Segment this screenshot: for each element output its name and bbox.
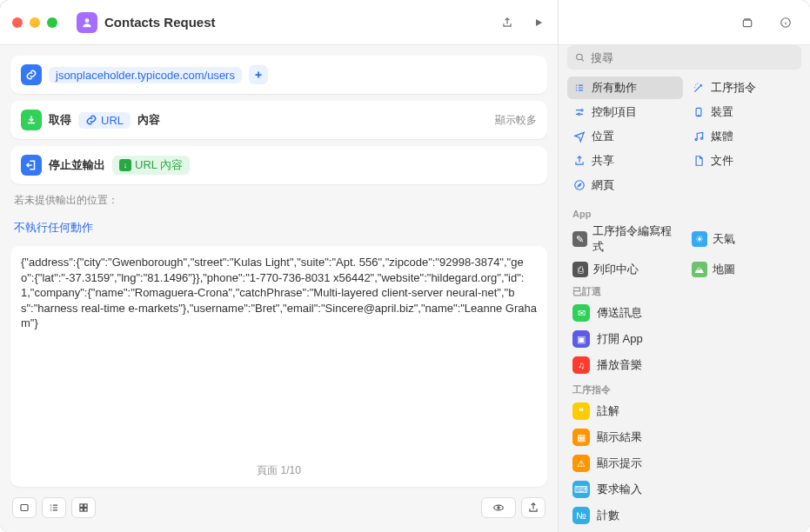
actions-sidebar: 所有動作工序指令控制項目裝置位置媒體共享文件網頁 App ✎工序指令編寫程式☀天… xyxy=(558,45,810,532)
add-url-button[interactable] xyxy=(249,65,268,84)
action-icon: ▣ xyxy=(572,330,590,348)
category-sliders[interactable]: 控制項目 xyxy=(567,101,683,123)
show-more-button[interactable]: 顯示較多 xyxy=(495,113,537,128)
url-contents-pill[interactable]: ↓ URL 內容 xyxy=(112,156,190,175)
svg-rect-1 xyxy=(743,20,751,27)
workflow-editor: jsonplaceholder.typicode.com/users 取得 UR… xyxy=(0,45,558,532)
svg-point-15 xyxy=(700,137,702,139)
action-icon: ✉ xyxy=(572,304,590,322)
window-title: Contacts Request xyxy=(104,15,488,30)
action-icon: ❝ xyxy=(572,402,590,420)
url-action-card[interactable]: jsonplaceholder.typicode.com/users xyxy=(10,56,547,94)
minimize-button[interactable] xyxy=(30,17,40,28)
url-variable-pill[interactable]: URL xyxy=(78,112,131,129)
info-button[interactable] xyxy=(773,17,798,29)
app-icon: ⎙ xyxy=(572,262,588,277)
svg-point-11 xyxy=(581,110,583,111)
category-share[interactable]: 共享 xyxy=(567,150,683,172)
action-item[interactable]: ♫播放音樂 xyxy=(559,352,810,378)
get-label: 取得 xyxy=(49,112,71,128)
category-safari[interactable]: 網頁 xyxy=(567,174,683,196)
app-item[interactable]: ✎工序指令編寫程式 xyxy=(567,221,683,257)
output-preview: {"address":{"city":"Gwenborough","street… xyxy=(10,246,547,487)
action-icon: ⚠ xyxy=(572,455,590,472)
sliders-icon xyxy=(572,106,586,118)
share-icon xyxy=(572,155,586,167)
app-icon: ⛰ xyxy=(692,262,707,277)
doc-icon xyxy=(692,155,706,167)
svg-point-14 xyxy=(694,138,696,140)
svg-rect-3 xyxy=(21,505,28,511)
action-item[interactable]: ⚠顯示提示 xyxy=(559,450,810,476)
action-icon: ⌨ xyxy=(572,481,590,498)
stop-output-action[interactable]: 停止並輸出 ↓ URL 內容 xyxy=(10,146,547,184)
window-controls xyxy=(12,17,57,28)
get-contents-action[interactable]: 取得 URL 內容 顯示較多 xyxy=(10,101,547,139)
page-indicator: 頁面 1/10 xyxy=(21,463,537,478)
list-icon xyxy=(572,82,586,94)
quick-look-button[interactable] xyxy=(481,497,516,518)
app-icon: ☀ xyxy=(692,231,707,247)
bottom-toolbar xyxy=(10,494,547,522)
run-button[interactable] xyxy=(526,17,551,29)
app-item[interactable]: ⛰地圖 xyxy=(686,259,802,280)
action-icon: № xyxy=(572,507,590,524)
output-hint-label: 若未提供輸出的位置： xyxy=(10,191,547,209)
action-item[interactable]: ▦顯示結果 xyxy=(559,424,810,450)
search-input[interactable] xyxy=(591,51,794,64)
svg-rect-7 xyxy=(84,509,88,512)
category-wand[interactable]: 工序指令 xyxy=(686,76,802,99)
action-item[interactable]: ❝註解 xyxy=(559,398,810,424)
action-item[interactable]: ☰從選單中選擇 xyxy=(559,529,810,532)
exit-icon xyxy=(21,155,42,176)
stop-label: 停止並輸出 xyxy=(49,157,105,173)
category-doc[interactable]: 文件 xyxy=(686,150,802,172)
view-single-button[interactable] xyxy=(12,497,37,518)
search-icon xyxy=(574,51,586,63)
svg-rect-4 xyxy=(80,504,84,508)
wand-icon xyxy=(692,82,706,94)
output-text[interactable]: {"address":{"city":"Gwenborough","street… xyxy=(21,255,537,458)
action-item[interactable]: ⌨要求輸入 xyxy=(559,476,810,502)
app-item[interactable]: ⎙列印中心 xyxy=(567,259,683,280)
download-icon xyxy=(21,110,42,130)
share-button[interactable] xyxy=(495,17,519,29)
action-item[interactable]: ▣打開 App xyxy=(559,326,810,352)
action-item[interactable]: ✉傳送訊息 xyxy=(559,300,810,326)
action-icon: ♫ xyxy=(572,356,590,374)
shortcuts-header: 工序指令 xyxy=(559,378,810,398)
music-icon xyxy=(692,130,706,143)
url-input[interactable]: jsonplaceholder.typicode.com/users xyxy=(49,67,242,83)
category-device[interactable]: 裝置 xyxy=(686,101,802,123)
svg-point-12 xyxy=(578,113,579,115)
svg-rect-5 xyxy=(84,504,88,508)
contents-label: 內容 xyxy=(137,112,160,128)
svg-point-16 xyxy=(575,181,585,190)
action-icon: ▦ xyxy=(572,429,590,446)
view-grid-button[interactable] xyxy=(71,497,96,518)
category-location[interactable]: 位置 xyxy=(567,125,683,148)
app-icon: ✎ xyxy=(572,231,587,247)
search-bar[interactable] xyxy=(567,45,801,70)
device-icon xyxy=(692,106,706,118)
close-button[interactable] xyxy=(12,17,23,28)
category-music[interactable]: 媒體 xyxy=(686,125,802,148)
link-icon xyxy=(21,64,42,85)
export-button[interactable] xyxy=(521,497,546,518)
svg-point-0 xyxy=(85,18,90,23)
library-button[interactable] xyxy=(735,17,760,29)
no-action-link[interactable]: 不執行任何動作 xyxy=(10,216,547,239)
location-icon xyxy=(572,130,586,143)
apps-header: App xyxy=(559,203,810,221)
maximize-button[interactable] xyxy=(47,17,57,28)
app-item[interactable]: ☀天氣 xyxy=(686,221,802,257)
pinned-header: 已訂選 xyxy=(559,280,810,300)
action-item[interactable]: №計數 xyxy=(559,502,810,529)
svg-rect-6 xyxy=(80,509,84,512)
safari-icon xyxy=(572,179,586,191)
category-list[interactable]: 所有動作 xyxy=(567,76,683,99)
app-icon xyxy=(77,12,97,33)
titlebar: Contacts Request xyxy=(0,0,810,45)
svg-point-10 xyxy=(577,54,582,59)
view-list-button[interactable] xyxy=(42,497,66,518)
